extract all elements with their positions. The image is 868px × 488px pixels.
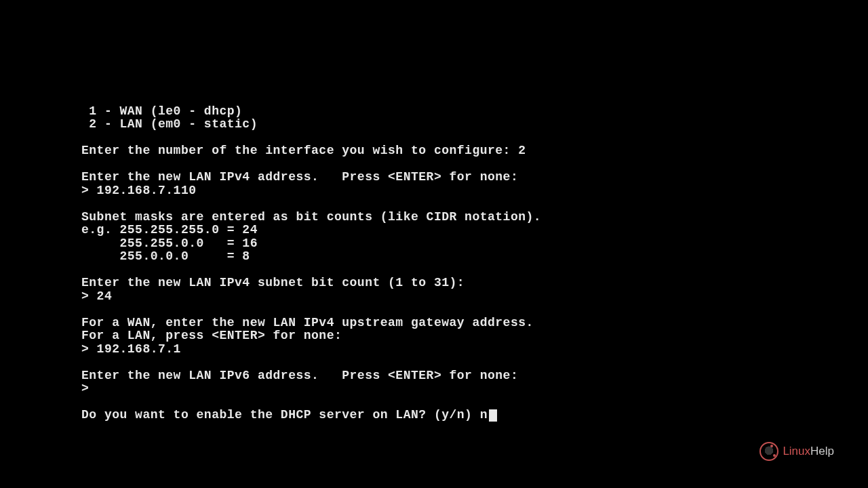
cursor-icon (489, 409, 497, 422)
input-ipv6-address: > (81, 382, 89, 395)
input-ipv4-address: > 192.168.7.110 (81, 184, 197, 197)
gateway-info-1: For a WAN, enter the new LAN IPv4 upstre… (81, 316, 534, 329)
watermark-logo: LinuxHelp (760, 442, 834, 461)
interface-option-2: 2 - LAN (em0 - static) (81, 117, 258, 131)
interface-option-1: 1 - WAN (le0 - dhcp) (81, 104, 242, 118)
prompt-interface-number: Enter the number of the interface you wi… (81, 144, 526, 157)
gateway-info-2: For a LAN, press <ENTER> for none: (81, 329, 342, 342)
subnet-info-2: e.g. 255.255.255.0 = 24 (81, 223, 258, 237)
subnet-info-1: Subnet masks are entered as bit counts (… (81, 210, 541, 224)
prompt-subnet-bits: Enter the new LAN IPv4 subnet bit count … (81, 276, 465, 289)
prompt-dhcp: Do you want to enable the DHCP server on… (81, 408, 488, 422)
subnet-info-3: 255.255.0.0 = 16 (81, 237, 258, 250)
subnet-info-4: 255.0.0.0 = 8 (81, 249, 250, 263)
prompt-ipv4-address: Enter the new LAN IPv4 address. Press <E… (81, 170, 518, 184)
linuxhelp-icon (760, 442, 778, 461)
input-gateway: > 192.168.7.1 (81, 342, 181, 356)
logo-text: LinuxHelp (783, 445, 834, 458)
terminal-output[interactable]: 1 - WAN (le0 - dhcp) 2 - LAN (em0 - stat… (81, 92, 541, 422)
prompt-ipv6-address: Enter the new LAN IPv6 address. Press <E… (81, 369, 518, 382)
input-subnet-bits: > 24 (81, 289, 112, 303)
